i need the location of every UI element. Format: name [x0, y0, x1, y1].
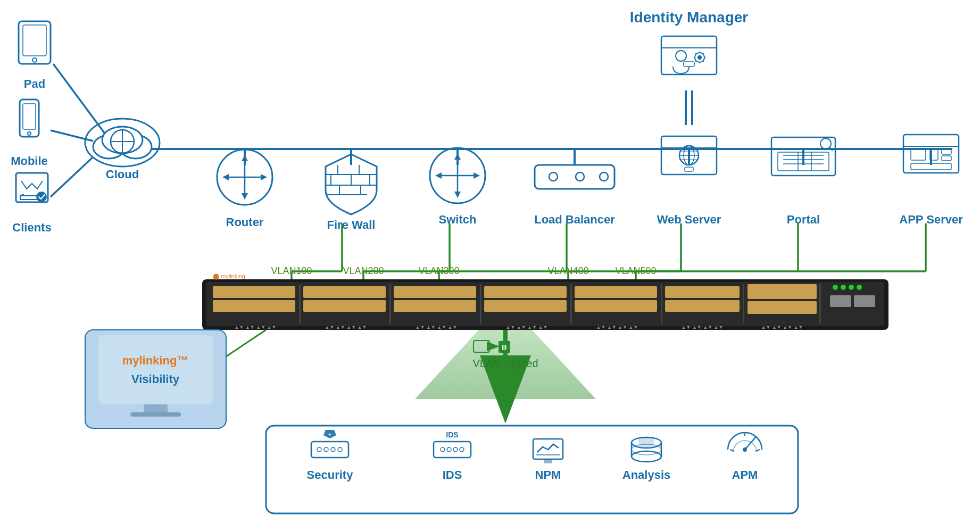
- security-label: Security: [307, 468, 354, 482]
- analysis-label: Analysis: [622, 468, 671, 482]
- mobile-icon: [20, 99, 39, 137]
- clients-icon: [16, 173, 48, 202]
- svg-line-191: [695, 61, 696, 61]
- svg-point-150: [549, 172, 558, 181]
- svg-rect-47: [484, 300, 567, 312]
- svg-point-151: [576, 172, 584, 181]
- svg-rect-62: [830, 295, 851, 307]
- svg-point-152: [600, 172, 608, 181]
- svg-marker-128: [222, 174, 229, 180]
- svg-rect-55: [748, 284, 817, 299]
- svg-text:▲▼ ▲▼ ▲▼ ▲▼: ▲▼ ▲▼ ▲▼ ▲▼: [682, 325, 724, 330]
- svg-marker-130: [242, 155, 248, 161]
- svg-marker-129: [261, 174, 267, 180]
- diagram-container: ⬤ mylinking ▲▼ ▲▼ ▲▼ ▲▼ ▲▼ ▲▼ ▲▼ ▲▼ ▲▼ ▲…: [0, 0, 980, 523]
- svg-marker-145: [435, 172, 442, 179]
- svg-text:▲▼ ▲▼ ▲▼ ▲▼: ▲▼ ▲▼ ▲▼ ▲▼: [416, 325, 458, 330]
- svg-point-58: [833, 285, 838, 290]
- svg-marker-146: [474, 172, 480, 179]
- identity-manager-label: Identity Manager: [630, 9, 749, 26]
- svg-marker-147: [454, 153, 461, 160]
- vlan100-label: VLAN100: [271, 265, 312, 276]
- web-server-label: Web Server: [657, 213, 721, 226]
- svg-text:+: +: [328, 431, 331, 437]
- svg-point-59: [841, 285, 846, 290]
- svg-text:▲▼ ▲▼ ▲▼ ▲▼: ▲▼ ▲▼ ▲▼ ▲▼: [235, 325, 277, 330]
- apm-label: APM: [732, 468, 758, 482]
- svg-rect-176: [942, 156, 951, 161]
- svg-rect-46: [484, 286, 567, 298]
- cloud-label: Cloud: [106, 168, 139, 181]
- vlan400-label: VLAN400: [547, 265, 588, 276]
- svg-line-188: [695, 53, 696, 54]
- svg-text:▲▼ ▲▼ ▲▼ ▲▼: ▲▼ ▲▼ ▲▼ ▲▼: [506, 325, 548, 330]
- svg-rect-63: [854, 295, 875, 307]
- svg-rect-111: [23, 25, 46, 56]
- svg-rect-173: [911, 150, 926, 160]
- svg-rect-56: [748, 301, 817, 314]
- svg-point-60: [849, 285, 854, 290]
- svg-line-190: [703, 53, 703, 54]
- svg-rect-50: [575, 300, 657, 312]
- svg-rect-37: [213, 286, 295, 298]
- load-balancer-icon: [535, 165, 614, 189]
- svg-text:▲▼ ▲▼ ▲▼ ▲▼: ▲▼ ▲▼ ▲▼ ▲▼: [761, 325, 803, 330]
- svg-rect-98: [544, 459, 552, 463]
- svg-text:▲▼ ▲▼ ▲▼ ▲▼: ▲▼ ▲▼ ▲▼ ▲▼: [325, 325, 367, 330]
- svg-point-61: [857, 285, 862, 290]
- svg-text:B: B: [502, 343, 506, 351]
- vlan300-label: VLAN300: [418, 265, 459, 276]
- svg-point-183: [697, 55, 702, 60]
- firewall-label: Fire Wall: [327, 218, 376, 231]
- svg-rect-49: [575, 286, 657, 298]
- svg-rect-104: [638, 437, 654, 448]
- svg-rect-52: [665, 286, 740, 298]
- svg-text:IDS: IDS: [446, 430, 458, 439]
- mylinking-visibility: Visibility: [131, 372, 180, 386]
- load-balancer-label: Load Balancer: [534, 213, 615, 226]
- svg-marker-131: [242, 193, 248, 200]
- pad-icon: [19, 21, 51, 64]
- identity-manager-icon: [661, 36, 717, 74]
- svg-rect-175: [942, 150, 951, 154]
- svg-point-112: [32, 58, 37, 62]
- npm-label: NPM: [535, 468, 561, 482]
- svg-rect-149: [535, 165, 614, 189]
- svg-rect-42: [389, 284, 391, 323]
- switch-label: Switch: [439, 213, 477, 226]
- switch-icon: [430, 148, 485, 203]
- svg-point-115: [28, 132, 31, 135]
- svg-point-181: [676, 51, 686, 61]
- mylinking-brand: mylinking™: [122, 354, 189, 367]
- svg-text:⬤ mylinking: ⬤ mylinking: [213, 273, 245, 280]
- svg-rect-53: [665, 300, 740, 312]
- network-diagram: ⬤ mylinking ▲▼ ▲▼ ▲▼ ▲▼ ▲▼ ▲▼ ▲▼ ▲▼ ▲▼ ▲…: [0, 0, 980, 523]
- pad-label: Pad: [24, 77, 45, 90]
- clients-label: Clients: [12, 221, 51, 234]
- svg-rect-48: [570, 284, 572, 323]
- svg-line-189: [703, 61, 703, 61]
- vlan500-label: VLAN500: [615, 265, 656, 276]
- vlan200-label: VLAN200: [343, 265, 384, 276]
- svg-rect-80: [98, 335, 213, 404]
- svg-text:▲▼ ▲▼ ▲▼ ▲▼: ▲▼ ▲▼ ▲▼ ▲▼: [596, 325, 638, 330]
- svg-rect-39: [299, 284, 301, 323]
- svg-point-109: [743, 447, 747, 452]
- svg-rect-155: [685, 167, 693, 171]
- svg-rect-44: [394, 300, 476, 312]
- svg-point-117: [36, 192, 47, 202]
- vlan-tagged-label: VLAN Tagged: [472, 358, 538, 369]
- svg-rect-41: [303, 300, 386, 312]
- svg-marker-148: [454, 192, 461, 198]
- svg-rect-57: [819, 284, 821, 323]
- mobile-label: Mobile: [11, 154, 48, 168]
- svg-line-14: [51, 157, 93, 197]
- svg-rect-43: [394, 286, 476, 298]
- web-server-icon: [661, 136, 717, 175]
- svg-rect-82: [130, 412, 181, 417]
- portal-label: Portal: [787, 213, 820, 226]
- router-label: Router: [226, 215, 264, 229]
- router-icon: [217, 150, 272, 205]
- ids-label: IDS: [443, 468, 462, 482]
- svg-rect-180: [684, 62, 694, 67]
